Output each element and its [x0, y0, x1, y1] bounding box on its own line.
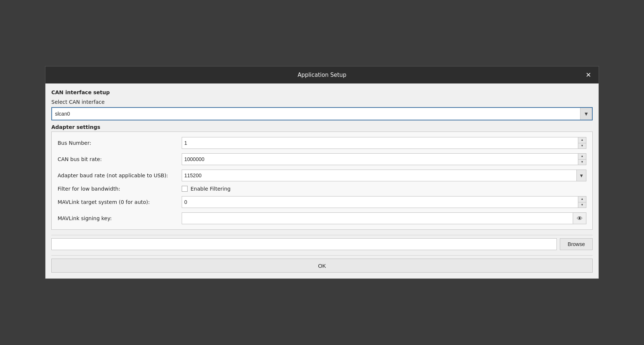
baud-rate-label: Adapter baud rate (not applicable to USB… [58, 172, 176, 178]
filter-checkbox[interactable] [182, 186, 188, 192]
mavlink-target-spinbox-buttons: ▲ ▼ [578, 197, 586, 208]
application-setup-dialog: Application Setup ✕ CAN interface setup … [45, 66, 599, 279]
can-bit-rate-row: CAN bus bit rate: ▲ ▼ [58, 153, 586, 165]
eye-icon[interactable]: 👁 [573, 213, 586, 224]
mavlink-target-control: ▲ ▼ [182, 196, 586, 208]
can-interface-input[interactable] [52, 111, 580, 117]
bus-number-down-button[interactable]: ▼ [578, 143, 586, 149]
filter-label: Filter for low bandwidth: [58, 186, 176, 192]
ok-row: OK [51, 255, 593, 274]
mavlink-target-label: MAVLink target system (0 for auto): [58, 199, 176, 205]
filter-row: Filter for low bandwidth: Enable Filteri… [58, 186, 586, 192]
ok-button[interactable]: OK [51, 259, 593, 273]
baud-rate-dropdown-arrow[interactable]: ▼ [576, 170, 586, 181]
mavlink-target-down-button[interactable]: ▼ [578, 202, 586, 208]
mavlink-signing-row: MAVLink signing key: 👁 [58, 212, 586, 224]
browse-row: Browse [51, 235, 593, 252]
mavlink-target-input[interactable] [182, 197, 578, 208]
dialog-title: Application Setup [298, 72, 346, 78]
bus-number-label: Bus Number: [58, 140, 176, 146]
filter-checkbox-wrapper: Enable Filtering [182, 186, 230, 192]
mavlink-target-up-button[interactable]: ▲ [578, 197, 586, 202]
browse-input[interactable] [51, 238, 557, 250]
bus-number-control: ▲ ▼ [182, 137, 586, 149]
adapter-settings-title: Adapter settings [51, 124, 593, 130]
browse-button[interactable]: Browse [560, 238, 593, 250]
can-bit-rate-spinbox: ▲ ▼ [182, 153, 586, 165]
can-interface-section: CAN interface setup Select CAN interface… [51, 89, 593, 120]
titlebar: Application Setup ✕ [45, 66, 599, 83]
dialog-body: CAN interface setup Select CAN interface… [45, 83, 599, 279]
baud-rate-control: ▼ [182, 170, 586, 181]
can-bit-rate-up-button[interactable]: ▲ [578, 154, 586, 159]
mavlink-signing-label: MAVLink signing key: [58, 215, 176, 221]
mavlink-signing-wrapper: 👁 [182, 212, 586, 224]
bus-number-row: Bus Number: ▲ ▼ [58, 137, 586, 149]
mavlink-signing-input[interactable] [182, 213, 573, 224]
can-interface-section-title: CAN interface setup [51, 89, 593, 95]
can-interface-dropdown-arrow[interactable]: ▼ [580, 108, 592, 120]
bus-number-spinbox: ▲ ▼ [182, 137, 586, 149]
adapter-settings-section: Adapter settings Bus Number: ▲ ▼ [51, 124, 593, 230]
bus-number-spinbox-buttons: ▲ ▼ [578, 137, 586, 148]
baud-rate-dropdown: ▼ [182, 170, 586, 181]
bus-number-input[interactable] [182, 137, 578, 148]
mavlink-signing-control: 👁 [182, 212, 586, 224]
bus-number-up-button[interactable]: ▲ [578, 137, 586, 143]
filter-control: Enable Filtering [182, 186, 586, 192]
can-bit-rate-down-button[interactable]: ▼ [578, 159, 586, 165]
baud-rate-row: Adapter baud rate (not applicable to USB… [58, 170, 586, 181]
can-bit-rate-spinbox-buttons: ▲ ▼ [578, 154, 586, 165]
can-bit-rate-input[interactable] [182, 154, 578, 165]
can-interface-select-label: Select CAN interface [51, 99, 593, 105]
mavlink-target-spinbox: ▲ ▼ [182, 196, 586, 208]
baud-rate-input[interactable] [182, 170, 576, 181]
can-bit-rate-label: CAN bus bit rate: [58, 156, 176, 162]
adapter-settings-box: Bus Number: ▲ ▼ CAN bus bit rate: [51, 131, 593, 230]
filter-checkbox-label: Enable Filtering [191, 186, 230, 192]
can-bit-rate-control: ▲ ▼ [182, 153, 586, 165]
mavlink-target-row: MAVLink target system (0 for auto): ▲ ▼ [58, 196, 586, 208]
close-button[interactable]: ✕ [583, 70, 593, 80]
can-interface-select-wrapper[interactable]: ▼ [51, 107, 593, 120]
